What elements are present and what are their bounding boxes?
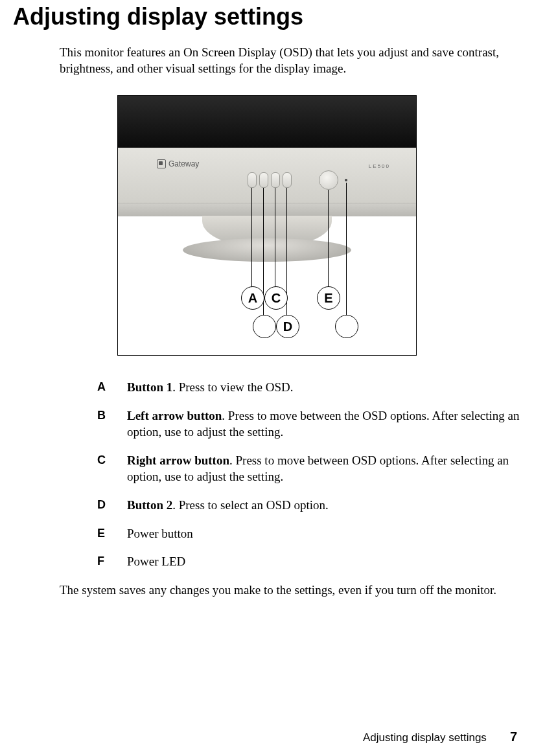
legend-text: Power button xyxy=(127,525,193,542)
legend-item: D Button 2. Press to select an OSD optio… xyxy=(97,497,521,514)
legend-letter: C xyxy=(97,452,127,468)
left-arrow-button xyxy=(259,172,268,188)
callout-label-e: E xyxy=(317,286,340,310)
legend-letter: B xyxy=(97,407,127,423)
callout-label-b xyxy=(253,315,276,338)
osd-button-2 xyxy=(283,172,292,188)
legend-text: Left arrow button. Press to move between… xyxy=(127,407,521,441)
legend-text: Power LED xyxy=(127,553,185,570)
monitor-screen xyxy=(118,96,416,148)
legend-item: B Left arrow button. Press to move betwe… xyxy=(97,407,521,441)
leader-line xyxy=(328,190,329,288)
legend-text: Button 1. Press to view the OSD. xyxy=(127,379,294,396)
brand-icon xyxy=(157,159,166,168)
legend-text: Right arrow button. Press to move betwee… xyxy=(127,452,521,485)
legend-letter: E xyxy=(97,525,127,541)
footer-page-number: 7 xyxy=(510,729,517,744)
monitor-figure: Gateway LE500 A C D E xyxy=(117,95,417,356)
page-heading: Adjusting display settings xyxy=(13,0,521,30)
legend-text: Button 2. Press to select an OSD option. xyxy=(127,497,329,514)
legend-item: F Power LED xyxy=(97,553,521,570)
leader-line xyxy=(251,188,252,288)
button-legend: A Button 1. Press to view the OSD. B Lef… xyxy=(97,379,521,570)
page-footer: Adjusting display settings 7 xyxy=(363,729,517,744)
intro-paragraph: This monitor features an On Screen Displ… xyxy=(60,44,521,77)
closing-paragraph: The system saves any changes you make to… xyxy=(60,582,521,599)
power-button xyxy=(319,170,338,190)
legend-item: C Right arrow button. Press to move betw… xyxy=(97,452,521,485)
leader-line xyxy=(275,188,275,288)
monitor-chin xyxy=(118,203,416,216)
callout-label-a: A xyxy=(241,286,264,310)
footer-section-title: Adjusting display settings xyxy=(363,731,487,744)
legend-letter: D xyxy=(97,497,127,512)
legend-letter: A xyxy=(97,379,127,395)
monitor-base xyxy=(183,238,351,262)
model-label: LE500 xyxy=(369,163,390,169)
brand-logo: Gateway xyxy=(157,159,199,168)
callout-label-f xyxy=(335,315,358,338)
power-led xyxy=(345,179,347,181)
legend-letter: F xyxy=(97,553,127,569)
osd-button-1 xyxy=(248,172,257,188)
callout-label-d: D xyxy=(276,315,299,338)
legend-item: A Button 1. Press to view the OSD. xyxy=(97,379,521,396)
callout-label-c: C xyxy=(264,286,288,310)
brand-text: Gateway xyxy=(168,159,199,168)
legend-item: E Power button xyxy=(97,525,521,542)
leader-line xyxy=(346,183,347,317)
right-arrow-button xyxy=(271,172,280,188)
